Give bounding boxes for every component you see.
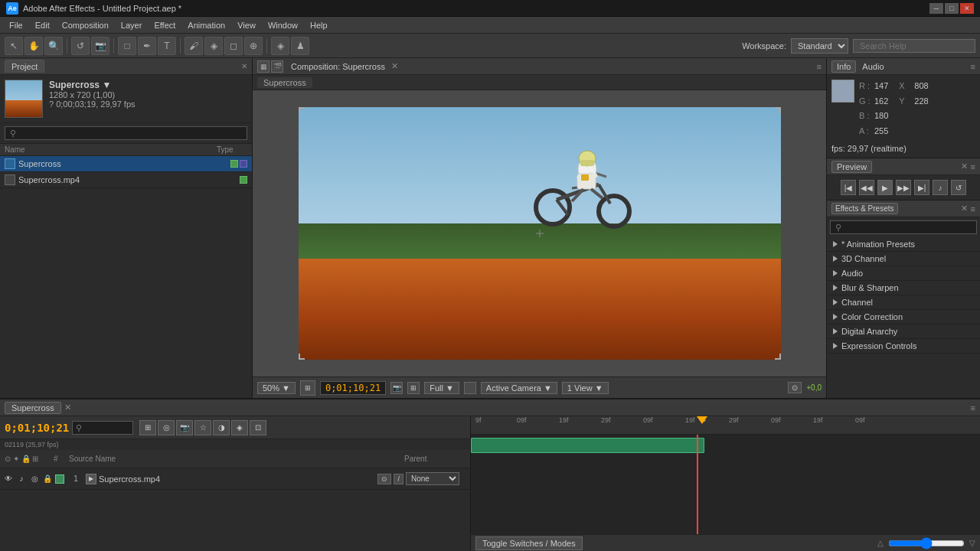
effect-item-channel[interactable]: Channel — [827, 295, 980, 310]
resolution-btn[interactable]: ⊞ — [300, 380, 315, 396]
info-tab[interactable]: Info — [831, 60, 856, 73]
effect-item-animation-presets[interactable]: * Animation Presets — [827, 237, 980, 252]
menu-help[interactable]: Help — [304, 19, 334, 31]
zoom-select-btn[interactable]: 50% ▼ — [257, 382, 296, 394]
layer-solo-btn[interactable]: ◎ — [29, 474, 40, 484]
pen-tool[interactable]: ✒ — [138, 37, 156, 55]
tl-zoom-out[interactable]: ▽ — [969, 539, 975, 547]
layer-link-btn[interactable]: ⊙ — [377, 474, 391, 484]
transparency-btn[interactable] — [464, 382, 476, 394]
menu-file[interactable]: File — [3, 19, 29, 31]
step-back-btn[interactable]: ◀◀ — [859, 180, 874, 195]
puppet-tool[interactable]: ♟ — [291, 37, 309, 55]
audio-btn[interactable]: ♪ — [933, 180, 948, 195]
zoom-tool[interactable]: 🔍 — [44, 37, 63, 55]
search-help-input[interactable] — [853, 39, 975, 53]
grid-btn[interactable]: ⊞ — [407, 382, 420, 394]
tl-shape-btn[interactable]: ◈ — [231, 420, 248, 435]
comp-icon-btn-2[interactable]: 🎬 — [271, 60, 283, 73]
text-tool[interactable]: T — [158, 37, 176, 55]
tl-zoom-slider[interactable] — [888, 537, 965, 549]
layer-parent-select[interactable]: None — [406, 472, 459, 485]
hand-tool[interactable]: ✋ — [24, 37, 43, 55]
layer-lock-btn[interactable]: 🔒 — [42, 474, 53, 484]
preview-panel-close[interactable]: ✕ — [961, 161, 968, 171]
camera-tool[interactable]: 📷 — [91, 37, 109, 55]
effects-panel-menu[interactable]: ≡ — [971, 204, 975, 214]
effect-item-audio[interactable]: Audio — [827, 266, 980, 281]
file-item-supercross-comp[interactable]: Supercross — [0, 156, 252, 172]
effect-item-digital-anarchy[interactable]: Digital Anarchy — [827, 324, 980, 339]
file-item-supercross-mp4[interactable]: Supercross.mp4 — [0, 172, 252, 188]
playhead[interactable] — [697, 435, 698, 534]
menu-effect[interactable]: Effect — [148, 19, 181, 31]
layer-name-1[interactable]: Supercross.mp4 — [99, 474, 375, 484]
tl-camera-btn[interactable]: 📷 — [176, 420, 193, 435]
layer-eye-btn[interactable]: 👁 — [3, 474, 14, 484]
effect-item-3d-channel[interactable]: 3D Channel — [827, 252, 980, 266]
go-end-btn[interactable]: ▶| — [914, 180, 929, 195]
toggle-switches-modes-btn[interactable]: Toggle Switches / Modes — [475, 536, 583, 550]
layer-motion-blur-btn[interactable]: / — [394, 474, 403, 484]
timeline-tab[interactable]: Supercross — [5, 402, 61, 414]
preview-panel-menu[interactable]: ≡ — [971, 162, 975, 171]
tl-zoom-in[interactable]: △ — [877, 539, 884, 547]
effects-search-input[interactable] — [830, 220, 977, 234]
timecode-display[interactable]: 0;01;10;21 — [320, 381, 386, 395]
tl-new-comp-btn[interactable]: ⊞ — [139, 420, 156, 435]
comp-panel-menu[interactable]: ≡ — [817, 62, 822, 71]
timeline-tab-close[interactable]: ✕ — [64, 403, 71, 412]
menu-composition[interactable]: Composition — [56, 19, 115, 31]
go-start-btn[interactable]: |◀ — [841, 180, 856, 195]
select-tool[interactable]: ↖ — [5, 37, 23, 55]
effect-item-color-correction[interactable]: Color Correction — [827, 310, 980, 324]
active-camera-btn[interactable]: Active Camera ▼ — [481, 382, 557, 394]
layer-audio-btn[interactable]: ♪ — [16, 474, 27, 484]
quality-select[interactable]: Full ▼ — [424, 382, 459, 394]
close-button[interactable]: ✕ — [960, 3, 974, 14]
clone-tool[interactable]: ◈ — [204, 37, 223, 55]
brush-tool[interactable]: 🖌 — [185, 37, 203, 55]
time-marker-0: 9f — [474, 416, 482, 424]
rotate-tool[interactable]: ↺ — [71, 37, 90, 55]
preview-tab[interactable]: Preview — [831, 161, 872, 173]
menu-edit[interactable]: Edit — [29, 19, 56, 31]
eraser-tool[interactable]: ◻ — [224, 37, 243, 55]
effects-panel-close[interactable]: ✕ — [961, 204, 968, 214]
effect-item-expression-controls[interactable]: Expression Controls — [827, 339, 980, 354]
maximize-button[interactable]: □ — [945, 3, 959, 14]
loop-btn[interactable]: ↺ — [951, 180, 966, 195]
workspace-select[interactable]: Standard — [791, 38, 848, 54]
tl-guide-btn[interactable]: ⊡ — [250, 420, 266, 435]
effect-item-blur-sharpen[interactable]: Blur & Sharpen — [827, 281, 980, 295]
play-btn[interactable]: ▶ — [877, 180, 893, 195]
tl-search-input[interactable] — [72, 421, 133, 435]
render-btn[interactable]: ⊙ — [788, 382, 802, 393]
project-panel-close[interactable]: ✕ — [241, 62, 247, 70]
menu-window[interactable]: Window — [262, 19, 304, 31]
menu-view[interactable]: View — [231, 19, 262, 31]
menu-layer[interactable]: Layer — [115, 19, 149, 31]
camera-icon[interactable]: 📷 — [390, 382, 403, 394]
comp-panel-close[interactable]: ✕ — [391, 61, 398, 71]
audio-tab[interactable]: Audio — [862, 62, 884, 71]
menu-animation[interactable]: Animation — [181, 19, 231, 31]
tl-adjust-btn[interactable]: ◑ — [213, 420, 230, 435]
rect-tool[interactable]: □ — [118, 37, 136, 55]
shape-tool[interactable]: ◈ — [271, 37, 289, 55]
minimize-button[interactable]: ─ — [929, 3, 943, 14]
effects-tab[interactable]: Effects & Presets — [831, 203, 898, 214]
layer-bar-1[interactable] — [471, 438, 704, 453]
step-fwd-btn[interactable]: ▶▶ — [896, 180, 911, 195]
project-info-area: Supercross ▼ 980 x 551 (1,00) ? 0;00;03… — [0, 75, 252, 123]
tl-light-btn[interactable]: ☆ — [194, 420, 211, 435]
layer-color-label[interactable] — [55, 474, 64, 484]
pin-tool[interactable]: ⊕ — [244, 37, 263, 55]
project-tab[interactable]: Project — [5, 60, 44, 73]
project-search-input[interactable] — [5, 126, 247, 140]
timeline-menu[interactable]: ≡ — [971, 403, 975, 412]
tl-solo-btn[interactable]: ◎ — [158, 420, 175, 435]
view-count-btn[interactable]: 1 View ▼ — [562, 382, 609, 394]
info-panel-menu[interactable]: ≡ — [971, 62, 975, 71]
comp-icon-btn-1[interactable]: ▦ — [257, 60, 270, 73]
